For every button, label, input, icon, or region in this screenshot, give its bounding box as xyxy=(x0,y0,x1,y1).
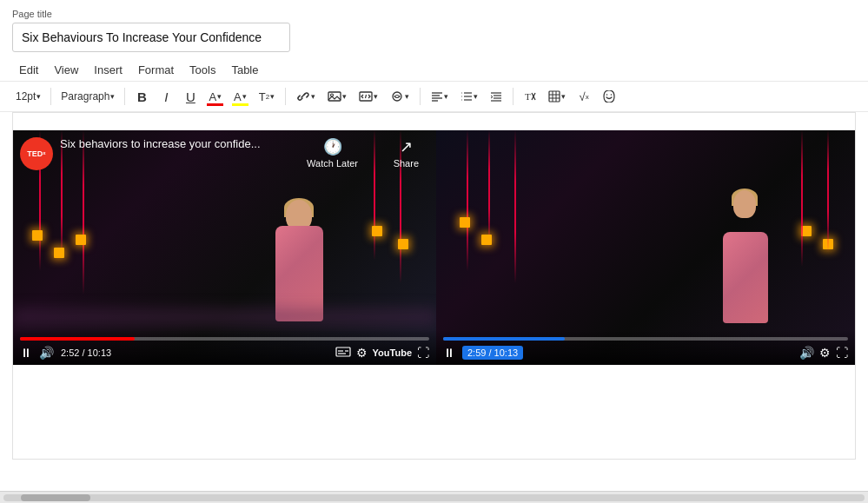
bold-button[interactable]: B xyxy=(131,85,152,108)
top-spacer xyxy=(13,113,855,130)
captions-button-1[interactable] xyxy=(335,346,351,360)
highlight-chevron: ▾ xyxy=(242,92,247,101)
underline-button[interactable]: U xyxy=(180,85,201,108)
indent-icon xyxy=(490,90,502,103)
progress-bar-1[interactable] xyxy=(20,337,429,341)
ted-badge: TEDx xyxy=(20,137,53,170)
table-chevron: ▾ xyxy=(561,92,566,101)
sup-chevron: ▾ xyxy=(270,92,275,101)
superscript-button[interactable]: T2 ▾ xyxy=(255,85,279,108)
emoji-button[interactable] xyxy=(598,85,620,108)
embed-chevron: ▾ xyxy=(374,92,378,101)
video-title: Six behaviors to increase your confide..… xyxy=(60,137,261,150)
font-size-select[interactable]: 12pt ▾ xyxy=(12,85,44,108)
image-icon xyxy=(328,90,341,103)
editor-content: TEDx Six behaviors to increase your conf… xyxy=(12,112,856,460)
emoji-icon xyxy=(602,90,616,103)
divider-2 xyxy=(124,88,125,105)
special-button[interactable]: ▾ xyxy=(386,85,414,108)
color-indicator xyxy=(207,103,223,106)
divider-3 xyxy=(285,88,286,105)
toolbar: 12pt ▾ Paragraph ▾ B I U A ▾ A ▾ T2 ▾ xyxy=(0,82,868,112)
link-chevron: ▾ xyxy=(311,92,315,101)
divider-1 xyxy=(50,88,51,105)
clear-format-icon: T xyxy=(524,90,536,103)
controls-row-2: ⏸ 2:59 / 10:13 🔊 ⚙ ⛶ xyxy=(443,346,848,360)
volume-button-2[interactable]: 🔊 xyxy=(799,346,814,360)
link-button[interactable]: ▾ xyxy=(292,85,320,108)
page-wrapper: Page title Edit View Insert Format Tools… xyxy=(0,0,868,503)
controls-right-2: 🔊 ⚙ ⛶ xyxy=(799,346,848,360)
video-2[interactable]: ⏸ 2:59 / 10:13 🔊 ⚙ ⛶ xyxy=(436,130,855,365)
text-color-button[interactable]: A ▾ xyxy=(204,85,226,108)
page-title-input[interactable] xyxy=(12,23,290,52)
svg-point-27 xyxy=(606,94,608,96)
play-pause-button-2[interactable]: ⏸ xyxy=(443,346,455,360)
time-badge-2: 2:59 / 10:13 xyxy=(462,346,523,360)
menu-insert[interactable]: Insert xyxy=(87,61,129,79)
svg-text:T: T xyxy=(525,91,531,102)
settings-button-2[interactable]: ⚙ xyxy=(819,346,831,360)
paragraph-select[interactable]: Paragraph ▾ xyxy=(57,85,118,108)
menu-view[interactable]: View xyxy=(47,61,85,79)
controls-left-2: ⏸ 2:59 / 10:13 xyxy=(443,346,523,360)
volume-button-1[interactable]: 🔊 xyxy=(39,346,54,360)
video-1[interactable]: TEDx Six behaviors to increase your conf… xyxy=(13,130,436,365)
watch-later-icon: 🕐 xyxy=(323,137,342,156)
align-button[interactable]: ▾ xyxy=(427,85,453,108)
speaker-2 xyxy=(723,232,768,323)
time-display-1: 2:52 / 10:13 xyxy=(61,347,111,358)
page-title-label: Page title xyxy=(12,9,856,19)
align-chevron: ▾ xyxy=(444,92,448,101)
special-chevron: ▾ xyxy=(405,92,409,101)
special-icon xyxy=(390,90,404,103)
controls-right-1: ⚙ YouTube ⛶ xyxy=(335,346,429,360)
list-chevron: ▾ xyxy=(474,92,478,101)
fullscreen-button-2[interactable]: ⛶ xyxy=(836,346,848,360)
menu-tools[interactable]: Tools xyxy=(182,61,222,79)
controls-left-1: ⏸ 🔊 2:52 / 10:13 xyxy=(20,346,111,360)
settings-button-1[interactable]: ⚙ xyxy=(356,346,368,360)
share-icon: ↗ xyxy=(400,137,413,156)
svg-rect-22 xyxy=(549,91,560,102)
svg-rect-29 xyxy=(336,347,350,356)
share-label: Share xyxy=(394,158,419,169)
captions-icon xyxy=(335,347,351,357)
video-1-controls: ⏸ 🔊 2:52 / 10:13 xyxy=(13,330,436,365)
italic-button[interactable]: I xyxy=(156,85,176,108)
watch-later-button[interactable]: 🕐 Watch Later xyxy=(307,137,358,169)
embed-button[interactable]: ▾ xyxy=(354,85,382,108)
menu-bar: Edit View Insert Format Tools Table xyxy=(0,59,868,82)
progress-fill-2 xyxy=(443,337,565,341)
formula-button[interactable]: √x xyxy=(573,85,594,108)
scrollbar-track xyxy=(3,494,865,501)
content-area[interactable]: TEDx Six behaviors to increase your conf… xyxy=(0,112,868,491)
paragraph-group: Paragraph ▾ xyxy=(57,85,118,108)
video-row: TEDx Six behaviors to increase your conf… xyxy=(13,130,855,365)
table-icon xyxy=(548,90,560,103)
controls-row-1: ⏸ 🔊 2:52 / 10:13 xyxy=(20,346,429,360)
table-button[interactable]: ▾ xyxy=(544,85,570,108)
page-title-section: Page title xyxy=(0,9,868,59)
align-icon xyxy=(431,90,443,103)
indent-button[interactable] xyxy=(486,85,507,108)
highlight-button[interactable]: A ▾ xyxy=(229,85,251,108)
page-scrollbar[interactable] xyxy=(0,491,868,503)
share-button[interactable]: ↗ Share xyxy=(394,137,419,169)
svg-line-3 xyxy=(366,95,367,98)
progress-fill-1 xyxy=(20,337,135,341)
menu-format[interactable]: Format xyxy=(131,61,181,79)
fullscreen-button-1[interactable]: ⛶ xyxy=(417,346,429,360)
clear-format-button[interactable]: T xyxy=(520,85,540,108)
divider-4 xyxy=(420,88,421,105)
font-size-chevron: ▾ xyxy=(36,92,41,101)
progress-bar-2[interactable] xyxy=(443,337,848,341)
color-chevron: ▾ xyxy=(217,92,222,101)
play-pause-button-1[interactable]: ⏸ xyxy=(20,346,32,360)
speaker-1 xyxy=(275,226,323,321)
menu-table[interactable]: Table xyxy=(224,61,265,79)
menu-edit[interactable]: Edit xyxy=(12,61,45,79)
image-button[interactable]: ▾ xyxy=(323,85,351,108)
list-button[interactable]: ▾ xyxy=(456,85,482,108)
scrollbar-thumb[interactable] xyxy=(21,494,90,501)
